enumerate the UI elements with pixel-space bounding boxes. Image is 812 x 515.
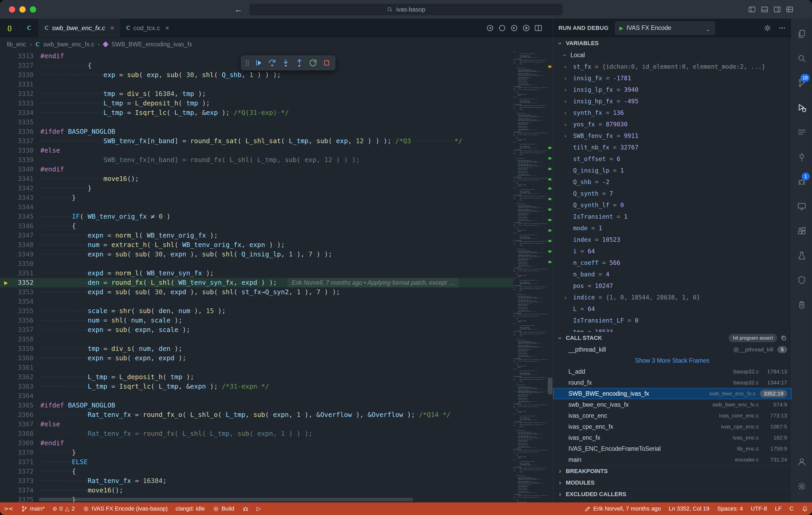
chevron-right-icon[interactable]: › [564,86,573,93]
code-text[interactable]: ············L_tmp·=·L_deposit_h(·tmp·); [40,372,194,382]
sidebar-item-testing[interactable] [792,243,812,268]
code-text[interactable]: ········} [40,193,76,202]
code-text[interactable]: ············expd·=·norm_l(·WB_tenv_syn_f… [40,269,214,278]
step-out-button[interactable] [293,57,306,69]
code-text[interactable]: ············{ [40,61,92,70]
reverse-continue-icon[interactable] [486,24,494,32]
code-text[interactable]: ················L_tmp·=·L_deposit_h(·tmp… [40,99,210,108]
chevron-right-icon[interactable]: › [564,121,573,128]
sidebar-item-gitlens[interactable] [792,268,812,293]
split-editor-icon[interactable] [534,24,543,32]
run-or-debug-icon[interactable] [522,24,530,32]
status-problems[interactable]: ⊘0△2 [49,503,79,515]
status-cursor-position[interactable]: Ln 3352, Col 19 [665,503,713,515]
code-editor[interactable]: 3313#endif3327············{3330·········… [0,51,553,503]
code-text[interactable]: ················move16(); [40,174,139,184]
sidebar-item-extensions[interactable] [792,219,812,243]
step-into-button[interactable] [280,57,292,69]
stack-frame-row[interactable]: ivas_core_encivas_core_enc.c773:13 [553,410,791,421]
close-window-button[interactable] [9,6,15,12]
variable-row[interactable]: IsTransient_LF = 0 [553,315,791,326]
command-center-search[interactable]: ivas-basop [249,3,563,16]
code-text[interactable]: ············Rat_tenv_fx·=·round_fx_o(·L_… [40,410,451,419]
variable-row[interactable]: st_offset = 6 [553,153,791,165]
sidebar-item-search[interactable] [792,46,812,71]
code-text[interactable]: ············tmp·=·div_s(·num,·den·); [40,344,182,353]
breakpoints-section-header[interactable]: › BREAKPOINTS [553,465,791,477]
stack-frame-row[interactable]: L_addbasop32.c1784:13 [553,366,791,377]
status-git-branch[interactable]: main* [17,503,49,515]
variable-row[interactable]: Q_insig_lp = 1 [553,165,791,176]
code-text[interactable]: #else [40,146,60,155]
code-text[interactable]: ················tmp·=·div_s(·16384,·tmp·… [40,89,206,99]
code-text[interactable]: #ifdef·BASOP_NOGLOB [40,127,115,136]
copy-call-stack-icon[interactable] [780,334,787,342]
code-text[interactable]: ········ELSE [40,457,88,467]
variable-row[interactable]: ›insig_fx = -1781 [553,72,791,84]
variable-row[interactable]: ›insig_lp_fx = 3940 [553,84,791,96]
code-text[interactable]: ············Rat_tenv_fx·=·16384; [40,476,167,486]
code-text[interactable]: ········{ [40,467,76,476]
variable-row[interactable]: Q_shb = -2 [553,176,791,188]
sidebar-item-snippets[interactable] [792,293,812,317]
restart-button[interactable] [307,57,319,69]
status-notifications[interactable] [798,503,812,515]
forward-continue-icon[interactable] [510,24,518,32]
code-text[interactable]: ············expn·=·sub(·expn,·expd·); [40,353,186,363]
variable-row[interactable]: ›indice = {1, 0, 18544, 28638, 1, 0} [553,292,791,303]
code-text[interactable]: #ifdef·BASOP_NOGLOB [40,401,115,410]
code-text[interactable]: ············scale·=·shr(·sub(·den,·num·)… [40,306,226,316]
code-text[interactable]: ················L_tmp·=·Isqrt_lc(·L_tmp,… [40,108,289,117]
horizontal-scrollbar[interactable] [39,498,413,502]
variable-row[interactable]: ›SWB_fenv_fx = 9911 [553,130,791,142]
variable-row[interactable]: ›insig_hp_fx = -495 [553,96,791,107]
variable-row[interactable]: n_band = 4 [553,269,791,280]
tab-swb_bwe_enc_fx.c[interactable]: Cswb_bwe_enc_fx.c× [39,19,120,37]
variable-row[interactable]: ›yos_fx = 879030 [553,118,791,130]
code-text[interactable]: ············num·=·extract_h(·L_shl(·WB_t… [40,240,285,250]
variable-row[interactable]: index = 10523 [553,234,791,245]
more-actions-icon[interactable] [778,24,786,32]
status-language-mode[interactable]: C [786,503,798,515]
sidebar-item-run-and-debug[interactable] [792,96,812,120]
sidebar-item-remote-tunnels[interactable] [792,145,812,169]
close-icon[interactable]: × [110,24,114,32]
sidebar-item-debug-alt[interactable]: 1 [792,169,812,194]
tab-cod_tcx.c[interactable]: Ccod_tcx.c× [120,19,175,37]
status-encoding[interactable]: UTF-8 [747,503,771,515]
layout-sidebar-right-icon[interactable] [773,5,781,13]
variable-row[interactable]: i = 64 [553,245,791,257]
sidebar-item-source-control[interactable]: 18 [792,71,812,96]
breadcrumb-symbol[interactable]: SWB_BWE_encoding_ivas_fx [111,41,192,48]
variable-row[interactable]: IsTransient = 1 [553,211,791,222]
variable-row[interactable]: tmp = 18533 [553,326,791,332]
variable-row[interactable]: tilt_nb_fx = 32767 [553,142,791,153]
modules-section-header[interactable]: › MODULES [553,477,791,488]
variable-row[interactable]: Q_synth = 7 [553,188,791,199]
show-more-stack-frames-link[interactable]: Show 3 More Stack Frames [553,355,791,366]
status-cmake-build[interactable]: Build [209,503,238,515]
status-cmake-run[interactable]: ▷ [253,503,265,515]
code-text[interactable]: ········{ [40,221,76,231]
sidebar-item-outline[interactable] [792,120,812,145]
continue-button[interactable] [252,57,265,69]
vertical-scrollbar[interactable] [548,378,552,395]
sidebar-item-explorer[interactable] [792,22,812,46]
pinned-tab[interactable]: C [19,19,39,37]
variable-row[interactable]: ›synth_fx = 136 [553,107,791,118]
layout-panel-icon[interactable] [761,5,768,13]
overview-ruler[interactable] [547,51,553,503]
status-eol[interactable]: LF [771,503,786,515]
pinned-tab[interactable]: {} [0,19,19,37]
stack-frame-row[interactable]: SWB_BWE_encoding_ivas_fxswb_bwe_enc_fx.c… [553,388,791,399]
code-text[interactable]: ············move16(); [40,486,123,495]
stack-frame-row[interactable]: swb_bwe_enc_ivas_fxswb_bwe_enc_fx.c574:9 [553,399,791,410]
chevron-right-icon[interactable]: › [564,63,573,70]
record-icon[interactable] [498,24,506,32]
chevron-right-icon[interactable]: › [564,98,573,105]
code-text[interactable]: ············} [40,184,92,193]
status-cmake-launch-target[interactable]: IVAS FX Encode (ivas-basop) [79,503,172,515]
variable-row[interactable]: ›st_fx = {idchan:0, id_element:0, elemen… [553,61,791,72]
layout-customize-icon[interactable] [786,5,794,13]
variables-section-header[interactable]: › VARIABLES [553,37,791,49]
